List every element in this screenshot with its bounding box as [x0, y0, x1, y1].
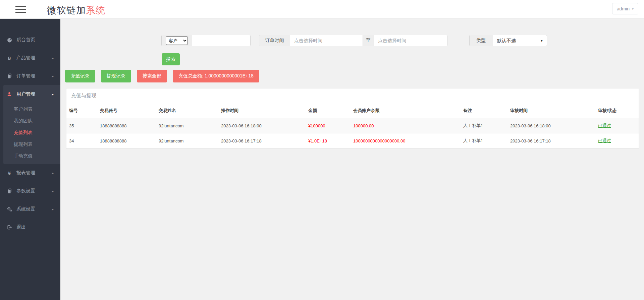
filter-bar: 客户 订单时间 至 类型 默认不选 ▾ — [60, 35, 644, 46]
sidebar-item-label: 退出 — [16, 224, 26, 230]
withdraw-records-button[interactable]: 提现记录 — [101, 70, 131, 82]
sidebar-item-system-settings[interactable]: 系统设置 ▸ — [0, 200, 60, 218]
sidebar-item-parameters[interactable]: 参数设置 ▸ — [0, 182, 60, 200]
files-icon — [6, 188, 13, 194]
sidebar-item-users[interactable]: 用户管理 ▸ — [3, 85, 60, 103]
chevron-right-icon: ▸ — [52, 189, 54, 193]
sidebar-item-products[interactable]: B 产品管理 ▸ — [0, 49, 60, 67]
top-header: 微软链加系统 admin ▾ — [0, 0, 644, 19]
svg-text:B: B — [8, 56, 11, 61]
order-time-label: 订单时间 — [259, 35, 290, 46]
user-name: admin — [617, 6, 630, 11]
table-header-row: 编号 交易账号 交易姓名 操作时间 金额 会员账户余额 备注 审核时间 审核/状… — [66, 103, 639, 118]
search-all-button[interactable]: 搜索全部 — [137, 70, 167, 82]
sidebar-subitem-withdraw-list[interactable]: 提现列表 — [3, 138, 60, 150]
col-header-remark: 备注 — [461, 103, 507, 118]
chevron-right-icon: ▸ — [52, 56, 54, 60]
col-header-audit-time: 审核时间 — [507, 103, 595, 118]
date-from-input[interactable] — [290, 35, 363, 46]
chevron-right-icon: ▸ — [52, 207, 54, 212]
date-range-filter-group: 订单时间 至 — [259, 35, 447, 46]
bitcoin-icon: B — [6, 55, 13, 61]
cell-balance: 1000000000000000000.00 — [351, 133, 461, 148]
sidebar-item-label: 系统设置 — [16, 206, 35, 212]
logout-icon — [6, 225, 13, 230]
col-header-account: 交易账号 — [97, 103, 156, 118]
hamburger-menu-icon[interactable] — [15, 6, 26, 13]
subitem-label: 充值列表 — [14, 130, 33, 136]
sidebar-item-label: 报表管理 — [16, 170, 35, 176]
recharge-withdraw-panel: 充值与提现 编号 交易账号 交易姓名 操作时间 金额 会员账户余额 备注 — [66, 88, 639, 149]
keyword-filter-group: 客户 — [161, 35, 251, 46]
sidebar-item-label: 用户管理 — [16, 91, 35, 97]
col-header-status: 审核/状态 — [595, 103, 639, 118]
action-bar: 充值记录 提现记录 搜索全部 充值总金额: 1.0000000000001E+1… — [65, 70, 639, 82]
cell-remark: 人工补单1 — [461, 118, 507, 133]
panel-title: 充值与提现 — [66, 88, 639, 103]
sidebar-item-orders[interactable]: 订单管理 ▸ — [0, 67, 60, 85]
sidebar-item-label: 后台首页 — [16, 37, 35, 43]
main-content: 客户 订单时间 至 类型 默认不选 ▾ — [60, 19, 644, 300]
chevron-right-icon: ▸ — [52, 74, 54, 78]
cell-account: 18888888888 — [97, 118, 156, 133]
sidebar: 后台首页 B 产品管理 ▸ 订单管理 ▸ 用户管理 ▸ 客户列表 — [0, 19, 60, 300]
cell-name: 92luntancom — [156, 133, 218, 148]
yen-icon: ¥ — [6, 170, 13, 176]
cell-op-time: 2023-03-06 16:17:18 — [218, 133, 306, 148]
subitem-label: 客户列表 — [14, 106, 33, 112]
type-label: 类型 — [470, 35, 493, 46]
subitem-label: 手动充值 — [14, 153, 33, 159]
sidebar-subitem-recharge-list[interactable]: 充值列表 — [3, 127, 60, 138]
table-row: 34 18888888888 92luntancom 2023-03-06 16… — [66, 133, 639, 148]
cell-amount: ¥1.0E+18 — [306, 133, 351, 148]
cell-audit-time: 2023-03-06 16:17:18 — [507, 133, 595, 148]
cell-remark: 人工补单1 — [461, 133, 507, 148]
to-label: 至 — [363, 35, 374, 46]
keyword-input[interactable] — [192, 35, 250, 46]
sidebar-item-reports[interactable]: ¥ 报表管理 ▸ — [0, 164, 60, 182]
sidebar-item-logout[interactable]: 退出 — [0, 218, 60, 236]
col-header-op-time: 操作时间 — [218, 103, 306, 118]
brand-main: 微软链加 — [47, 5, 86, 15]
table-row: 35 18888888888 92luntancom 2023-03-06 16… — [66, 118, 639, 133]
cell-id: 35 — [66, 118, 97, 133]
sidebar-item-label: 订单管理 — [16, 73, 35, 79]
caret-down-icon: ▾ — [632, 7, 634, 11]
brand-accent: 系统 — [86, 5, 105, 15]
brand-title: 微软链加系统 — [47, 4, 105, 17]
sidebar-item-label: 参数设置 — [16, 188, 35, 194]
status-approved-link[interactable]: 已通过 — [598, 138, 611, 143]
cell-audit-time: 2023-03-06 16:18:00 — [507, 118, 595, 133]
sidebar-group-users: 用户管理 ▸ 客户列表 我的团队 充值列表 提现列表 手动充值 — [3, 85, 60, 164]
subitem-label: 我的团队 — [14, 118, 33, 124]
user-dropdown[interactable]: admin ▾ — [612, 3, 638, 14]
search-button[interactable]: 搜索 — [162, 53, 180, 65]
cell-name: 92luntancom — [156, 118, 218, 133]
files-icon — [6, 73, 13, 79]
sidebar-subitem-my-team[interactable]: 我的团队 — [3, 115, 60, 127]
type-filter-group: 类型 默认不选 ▾ — [469, 35, 547, 46]
type-select[interactable]: 默认不选 — [493, 35, 547, 46]
recharge-table: 编号 交易账号 交易姓名 操作时间 金额 会员账户余额 备注 审核时间 审核/状… — [66, 103, 639, 148]
recharge-total-badge: 充值总金额: 1.0000000000001E+18 — [173, 70, 259, 82]
col-header-name: 交易姓名 — [156, 103, 218, 118]
sidebar-item-dashboard[interactable]: 后台首页 — [0, 31, 60, 49]
sidebar-subitem-customer-list[interactable]: 客户列表 — [3, 103, 60, 115]
cell-amount: ¥100000 — [306, 118, 351, 133]
user-icon — [6, 92, 13, 97]
cell-op-time: 2023-03-06 16:18:00 — [218, 118, 306, 133]
subitem-label: 提现列表 — [14, 141, 33, 147]
cell-account: 18888888888 — [97, 133, 156, 148]
sidebar-subitem-manual-recharge[interactable]: 手动充值 — [3, 150, 60, 162]
status-approved-link[interactable]: 已通过 — [598, 123, 611, 128]
col-header-balance: 会员账户余额 — [351, 103, 461, 118]
col-header-id: 编号 — [66, 103, 97, 118]
field-select[interactable]: 客户 — [166, 36, 188, 45]
field-select-addon: 客户 — [162, 35, 192, 46]
cell-id: 34 — [66, 133, 97, 148]
recharge-records-button[interactable]: 充值记录 — [65, 70, 95, 82]
date-to-input[interactable] — [374, 35, 447, 46]
chevron-right-icon: ▸ — [52, 171, 54, 175]
cell-balance: 100000.00 — [351, 118, 461, 133]
col-header-amount: 金额 — [306, 103, 351, 118]
